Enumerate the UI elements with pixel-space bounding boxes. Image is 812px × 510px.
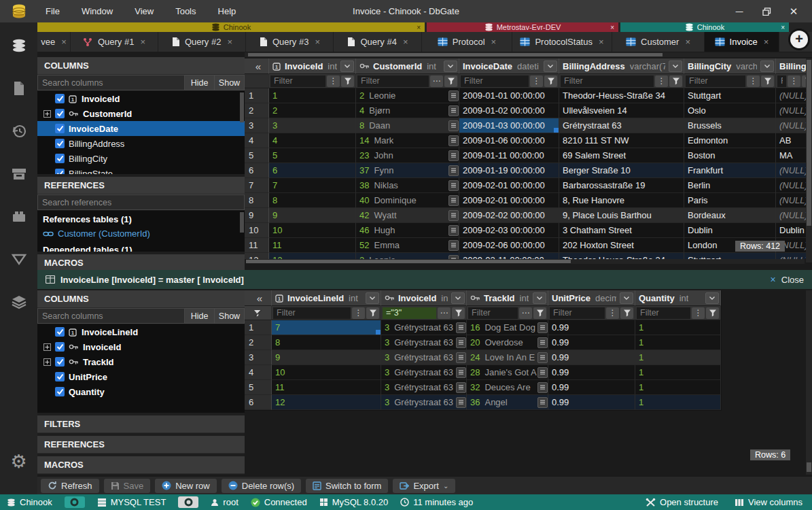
cell-unitprice[interactable]: 0.99 bbox=[548, 335, 635, 350]
collapse-columns-button[interactable]: « bbox=[245, 58, 269, 74]
open-reference-icon[interactable] bbox=[456, 382, 466, 393]
menu-tools[interactable]: Tools bbox=[167, 3, 204, 19]
new-row-button[interactable]: New row bbox=[155, 479, 217, 493]
cell-invoiceid[interactable]: 12 bbox=[269, 253, 356, 259]
column-menu-chevron[interactable] bbox=[760, 61, 774, 72]
cell-invoicelineid[interactable]: 9 bbox=[272, 350, 381, 365]
cell-quantity[interactable]: 1 bbox=[635, 335, 721, 350]
row-number[interactable]: 4 bbox=[245, 133, 269, 148]
row-number[interactable]: 5 bbox=[245, 380, 272, 395]
tab-close-icon[interactable]: × bbox=[315, 37, 320, 47]
files-icon[interactable] bbox=[5, 75, 33, 102]
cell-customerid[interactable]: 46Hugh bbox=[356, 223, 459, 238]
cell-trackid[interactable]: 36Angel bbox=[467, 395, 548, 410]
column-menu-chevron[interactable] bbox=[444, 61, 457, 72]
row-number[interactable]: 3 bbox=[245, 118, 269, 133]
switch-to-form-button[interactable]: Switch to form bbox=[306, 479, 388, 493]
cell-billingaddress[interactable]: Grétrystraat 63 bbox=[559, 118, 684, 133]
cell-billingcity[interactable]: Stuttgart bbox=[684, 253, 776, 259]
tab-query-4[interactable]: Query #4× bbox=[334, 32, 422, 52]
tab-close-icon[interactable]: × bbox=[599, 37, 604, 47]
open-reference-icon[interactable] bbox=[537, 397, 548, 408]
filter-input-quantity[interactable] bbox=[637, 307, 690, 319]
cell-quantity[interactable]: 1 bbox=[635, 320, 721, 335]
cell-billingcity[interactable]: Frankfurt bbox=[684, 163, 776, 178]
cell-billingaddress[interactable]: Barbarossastraße 19 bbox=[559, 178, 684, 193]
cell-quantity[interactable]: 1 bbox=[635, 395, 721, 410]
cell-invoiceid[interactable]: 4 bbox=[269, 133, 356, 148]
open-reference-icon[interactable] bbox=[537, 322, 548, 333]
checkbox-checked[interactable] bbox=[55, 387, 65, 396]
checkbox-checked[interactable] bbox=[55, 154, 65, 163]
column-menu-chevron[interactable] bbox=[533, 292, 546, 304]
row-number[interactable]: 10 bbox=[245, 223, 269, 238]
row-number[interactable]: 7 bbox=[245, 178, 269, 193]
new-tab-button[interactable]: + bbox=[790, 31, 808, 48]
open-reference-icon[interactable] bbox=[456, 322, 466, 333]
cell-billingstate[interactable]: (NULL) bbox=[776, 253, 806, 259]
history-icon[interactable] bbox=[5, 118, 33, 145]
row-number[interactable]: 11 bbox=[245, 238, 269, 253]
cell-unitprice[interactable]: 0.99 bbox=[548, 395, 635, 410]
filter-input-invoicedate[interactable] bbox=[461, 75, 529, 87]
filter-menu-button[interactable]: ⋮ bbox=[530, 75, 543, 87]
filter-input-customerid[interactable] bbox=[357, 75, 429, 87]
cell-invoiceid[interactable]: 3Grétrystraat 63 bbox=[381, 335, 467, 350]
tab-customer[interactable]: Customer× bbox=[612, 32, 705, 52]
cell-billingstate[interactable]: MA bbox=[776, 148, 806, 163]
menu-file[interactable]: File bbox=[37, 3, 68, 19]
row-number[interactable]: 3 bbox=[245, 350, 272, 365]
open-reference-icon[interactable] bbox=[448, 180, 459, 191]
column-header-invoiceid[interactable]: 1InvoiceIdint bbox=[269, 58, 356, 74]
minimize-button[interactable]: ─ bbox=[728, 3, 751, 20]
column-header-billingaddress[interactable]: BillingAddressvarchar(70 bbox=[559, 58, 684, 74]
row-number[interactable]: 1 bbox=[245, 88, 269, 103]
open-reference-icon[interactable] bbox=[448, 195, 459, 206]
tree-scrollbar[interactable] bbox=[240, 92, 244, 122]
column-item-trackid[interactable]: TrackId bbox=[37, 354, 245, 369]
cell-invoicedate[interactable]: 2009-01-11 00:00:00 bbox=[459, 148, 559, 163]
filter-funnel-icon[interactable] bbox=[533, 307, 546, 319]
collapse-columns-button[interactable]: « bbox=[245, 290, 272, 306]
open-reference-icon[interactable] bbox=[448, 105, 459, 116]
open-reference-icon[interactable] bbox=[448, 210, 459, 221]
cell-billingaddress[interactable]: Theodor-Heuss-Straße 34 bbox=[559, 253, 684, 259]
cell-invoicelineid[interactable]: 7 bbox=[272, 320, 381, 335]
open-reference-icon[interactable] bbox=[448, 150, 459, 161]
column-item-invoicelineid[interactable]: 1 InvoiceLineId bbox=[37, 324, 245, 339]
open-reference-icon[interactable] bbox=[456, 397, 466, 408]
cell-customerid[interactable]: 23John bbox=[356, 148, 459, 163]
column-header-unitprice[interactable]: UnitPricedecim bbox=[548, 290, 635, 306]
row-number[interactable]: 8 bbox=[245, 193, 269, 208]
column-item-billingaddress[interactable]: BillingAddress bbox=[37, 136, 245, 151]
cell-billingaddress[interactable]: 9, Place Louis Barthou bbox=[559, 208, 684, 223]
search-references-input[interactable] bbox=[37, 194, 245, 210]
cell-billingstate[interactable]: Dublin bbox=[776, 223, 806, 238]
cell-invoicelineid[interactable]: 10 bbox=[272, 365, 381, 380]
cell-billingstate[interactable]: (NULL) bbox=[776, 103, 806, 118]
cell-invoiceid[interactable]: 7 bbox=[269, 178, 356, 193]
filter-input-billingaddress[interactable] bbox=[561, 75, 654, 87]
cell-customerid[interactable]: 37Fynn bbox=[356, 163, 459, 178]
tab-vee[interactable]: vee× bbox=[37, 32, 71, 52]
refresh-button[interactable]: Refresh bbox=[41, 479, 99, 493]
cell-billingaddress[interactable]: 3 Chatham Street bbox=[559, 223, 684, 238]
column-menu-chevron[interactable] bbox=[366, 292, 379, 304]
column-item-unitprice[interactable]: UnitPrice bbox=[37, 369, 245, 384]
cell-quantity[interactable]: 1 bbox=[635, 350, 721, 365]
column-menu-chevron[interactable] bbox=[544, 61, 557, 72]
filter-funnel-icon[interactable] bbox=[620, 307, 633, 319]
column-header-invoicelineid[interactable]: 1InvoiceLineIdint bbox=[272, 290, 381, 306]
cell-billingstate[interactable]: (NULL) bbox=[776, 88, 806, 103]
cell-invoicedate[interactable]: 2009-02-01 00:00:00 bbox=[459, 178, 559, 193]
column-menu-chevron[interactable] bbox=[669, 61, 682, 72]
filter-menu-button[interactable]: ⋮ bbox=[788, 75, 800, 87]
cell-quantity[interactable]: 1 bbox=[635, 365, 721, 380]
cell-billingstate[interactable]: (NULL) bbox=[776, 163, 806, 178]
cell-invoicedate[interactable]: 2009-01-19 00:00:00 bbox=[459, 163, 559, 178]
column-item-invoiceid[interactable]: 1 InvoiceId bbox=[37, 91, 245, 106]
cell-trackid[interactable]: 16Dog Eat Dog bbox=[467, 320, 548, 335]
open-reference-icon[interactable] bbox=[448, 90, 459, 101]
row-number[interactable]: 5 bbox=[245, 148, 269, 163]
open-reference-icon[interactable] bbox=[448, 120, 459, 131]
